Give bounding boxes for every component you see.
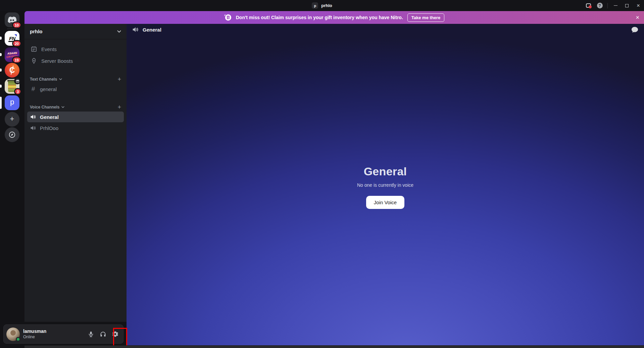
channel-label: general bbox=[40, 86, 57, 92]
inbox-update-button[interactable] bbox=[583, 0, 594, 11]
chevron-down-icon bbox=[117, 30, 121, 33]
fn-logo-triangle bbox=[14, 34, 17, 37]
voice-empty-state: General No one is currently in voice Joi… bbox=[127, 165, 644, 209]
titlebar: p prhlo ? × bbox=[0, 0, 644, 11]
user-panel: lamusman Online bbox=[3, 324, 123, 344]
user-status: Online bbox=[23, 335, 46, 340]
user-panel-region: lamusman Online bbox=[0, 322, 127, 345]
calendar-icon bbox=[16, 79, 19, 83]
server-icon-prhlo-active[interactable]: p bbox=[5, 95, 19, 110]
user-settings-button[interactable] bbox=[109, 328, 121, 340]
boost-icon bbox=[31, 57, 37, 64]
jar-label bbox=[8, 85, 16, 88]
create-channel-button[interactable]: + bbox=[117, 76, 121, 83]
speaker-icon bbox=[30, 114, 37, 120]
speaker-icon bbox=[132, 26, 139, 33]
asaan-label-top: ASAAN bbox=[7, 51, 17, 55]
mute-microphone-button[interactable] bbox=[85, 328, 97, 340]
server-icon-asaan-crypto[interactable]: ASAAN CRYPTO 19 bbox=[5, 47, 19, 62]
close-icon: × bbox=[637, 3, 640, 8]
unread-badge: 10 bbox=[12, 21, 21, 29]
microphone-icon bbox=[88, 331, 94, 338]
channel-general-text[interactable]: # general bbox=[27, 84, 124, 94]
hash-icon: # bbox=[30, 85, 37, 93]
server-icon-fn[interactable]: FN 20 bbox=[5, 31, 19, 46]
deafen-button[interactable] bbox=[97, 328, 109, 340]
question-icon: ? bbox=[597, 3, 603, 8]
server-icon-crypto-coin[interactable]: C bbox=[5, 63, 19, 78]
server-header-dropdown[interactable]: prhlo bbox=[24, 24, 127, 39]
section-text-channels[interactable]: Text Channels + bbox=[24, 75, 127, 83]
sidebar-item-events[interactable]: Events bbox=[27, 43, 124, 55]
server-initial-badge: p bbox=[312, 2, 318, 9]
unread-pill-pickle bbox=[0, 85, 2, 88]
add-server-button[interactable]: + bbox=[5, 112, 19, 127]
active-server-pill bbox=[0, 97, 2, 109]
titlebar-server-title: p prhlo bbox=[312, 2, 332, 9]
discord-window: p prhlo ? × Don't miss out! Claim bbox=[0, 0, 644, 348]
compass-icon bbox=[8, 131, 16, 138]
unread-badge: 3 bbox=[14, 88, 21, 95]
titlebar-separator bbox=[607, 3, 608, 8]
voice-empty-subtitle: No one is currently in voice bbox=[127, 182, 644, 188]
channel-title: General bbox=[143, 27, 161, 33]
section-voice-channels[interactable]: Voice Channels + bbox=[24, 103, 127, 111]
unread-pill-asaan bbox=[0, 53, 2, 56]
nitro-banner: Don't miss out! Claim surprises in your … bbox=[24, 11, 644, 24]
sidebar-item-server-boosts[interactable]: Server Boosts bbox=[27, 55, 124, 67]
create-channel-button[interactable]: + bbox=[117, 104, 121, 111]
scheduled-event-overlay bbox=[14, 78, 21, 84]
prhlo-server-letter: p bbox=[10, 98, 14, 106]
headphones-icon bbox=[100, 331, 106, 338]
close-icon: × bbox=[636, 14, 639, 21]
channel-header: General bbox=[127, 24, 644, 35]
notification-dot bbox=[589, 5, 592, 8]
unread-badge: 19 bbox=[12, 56, 21, 63]
chevron-down-icon bbox=[59, 78, 62, 80]
banner-close-button[interactable]: × bbox=[636, 11, 639, 24]
minimize-button[interactable] bbox=[610, 0, 621, 11]
user-meta[interactable]: lamusman Online bbox=[23, 329, 46, 340]
chat-bubble-icon bbox=[631, 26, 639, 34]
channel-sidebar: prhlo Events Ser bbox=[24, 24, 127, 345]
username: lamusman bbox=[23, 329, 46, 335]
channel-general-voice[interactable]: General bbox=[27, 112, 124, 122]
open-chat-button[interactable] bbox=[631, 26, 639, 34]
voice-channel-view: General General No one is currently in v… bbox=[127, 24, 644, 345]
unread-pill-fn bbox=[0, 37, 2, 40]
channel-label: General bbox=[40, 114, 59, 120]
help-button[interactable]: ? bbox=[594, 0, 605, 11]
unread-pill-coin bbox=[0, 69, 2, 72]
take-me-there-button[interactable]: Take me there bbox=[407, 13, 444, 22]
server-name: prhlo bbox=[30, 29, 43, 34]
calendar-icon bbox=[31, 46, 37, 52]
voice-channel-name: General bbox=[127, 165, 644, 178]
sidebar-item-label: Events bbox=[41, 46, 57, 52]
sidebar-item-label: Server Boosts bbox=[41, 58, 73, 64]
user-avatar[interactable] bbox=[6, 328, 20, 341]
channel-prhlooo-voice[interactable]: PrhlOoo bbox=[27, 123, 124, 133]
banner-message: Don't miss out! Claim surprises in your … bbox=[236, 15, 403, 20]
server-rail: 10 FN 20 ASAAN CRYPTO 19 C bbox=[0, 11, 24, 348]
close-button[interactable]: × bbox=[633, 0, 644, 11]
section-label: Text Channels bbox=[30, 77, 57, 82]
channel-label: PrhlOoo bbox=[40, 125, 58, 131]
maximize-icon bbox=[625, 4, 629, 7]
online-status-dot bbox=[16, 337, 20, 342]
chevron-down-icon bbox=[61, 106, 64, 108]
gift-icon bbox=[224, 14, 232, 21]
screen-icon bbox=[586, 3, 591, 8]
rail-divider bbox=[7, 29, 17, 29]
minimize-icon bbox=[614, 5, 617, 6]
server-icon-pickle[interactable]: 3 bbox=[5, 79, 19, 94]
explore-servers-button[interactable] bbox=[5, 127, 19, 142]
gear-icon bbox=[112, 331, 119, 338]
window-title: prhlo bbox=[321, 3, 332, 8]
home-button[interactable]: 10 bbox=[5, 12, 19, 27]
window-bottom-edge bbox=[24, 345, 644, 348]
maximize-button[interactable] bbox=[621, 0, 633, 11]
join-voice-button[interactable]: Join Voice bbox=[366, 196, 404, 209]
plus-icon: + bbox=[10, 115, 14, 123]
unread-badge: 20 bbox=[12, 40, 21, 47]
speaker-icon bbox=[30, 125, 37, 131]
